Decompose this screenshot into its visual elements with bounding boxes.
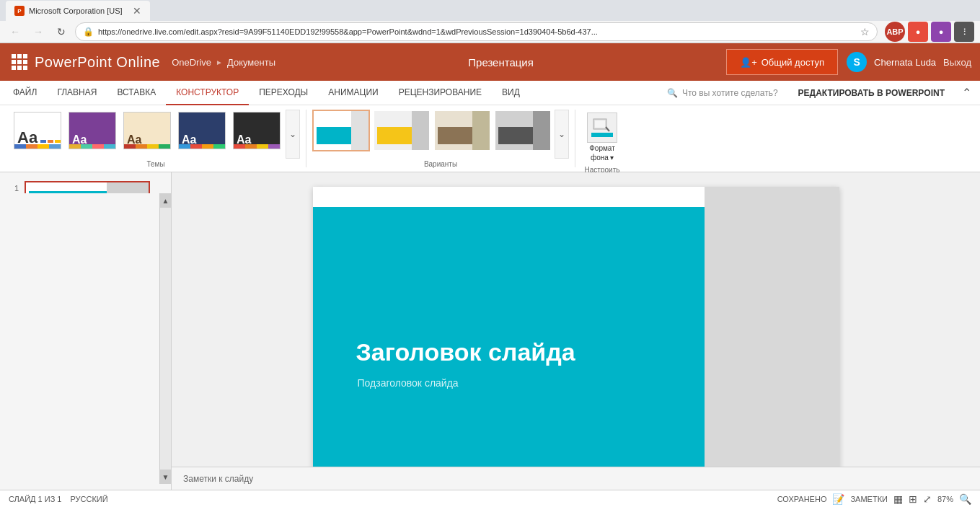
slide-scroll-down[interactable]: ▼	[160, 469, 171, 484]
edit-in-powerpoint-button[interactable]: РЕДАКТИРОВАТЬ В POWERPOINT	[787, 88, 956, 98]
share-button[interactable]: 👤+ Общий доступ	[726, 49, 838, 75]
canvas-scroll-wrapper: Заголовок слайда Подзаголовок слайда	[172, 172, 980, 467]
tab-favicon: P	[14, 6, 25, 16]
tab-close-icon[interactable]: ✕	[133, 5, 141, 17]
browser-toolbar: ← → ↻ 🔒 https://onedrive.live.com/edit.a…	[0, 21, 980, 43]
ribbon-collapse-button[interactable]: ⌃	[956, 86, 977, 100]
ribbon-tabs: ФАЙЛ ГЛАВНАЯ ВСТАВКА КОНСТРУКТОР ПЕРЕХОД…	[0, 81, 980, 105]
theme-dark-blue[interactable]: Aa	[176, 110, 228, 151]
status-right: СОХРАНЕНО 📝 ЗАМЕТКИ ▦ ⊞ ⤢ 87% 🔍	[777, 493, 971, 505]
tab-design[interactable]: КОНСТРУКТОР	[166, 81, 249, 105]
address-bar[interactable]: 🔒 https://onedrive.live.com/edit.aspx?re…	[75, 22, 878, 41]
app-logo-area: PowerPoint Online	[0, 43, 172, 81]
document-title[interactable]: Презентация	[275, 56, 726, 69]
top-bar: PowerPoint Online OneDrive ► Документы П…	[0, 43, 980, 81]
variant-3[interactable]	[433, 110, 491, 151]
ext-gray[interactable]: ⋮	[954, 22, 974, 42]
themes-items: Aa	[12, 110, 300, 159]
slide-number: 1	[9, 184, 19, 193]
theme-colorful[interactable]: Aa	[66, 110, 118, 151]
ribbon: ФАЙЛ ГЛАВНАЯ ВСТАВКА КОНСТРУКТОР ПЕРЕХОД…	[0, 81, 980, 172]
theme-office[interactable]: Aa	[121, 110, 173, 151]
tab-home[interactable]: ГЛАВНАЯ	[47, 81, 107, 105]
grid-menu-icon[interactable]	[12, 54, 27, 70]
theme-dark[interactable]: Aa	[231, 110, 283, 151]
variants-scroll-btn[interactable]: ⌄	[555, 110, 569, 159]
main-area: 1 ▲ ▼	[0, 172, 980, 490]
slide-panel-icon[interactable]: ▦	[893, 493, 903, 505]
svg-rect-1	[595, 120, 605, 128]
forward-button[interactable]: →	[29, 22, 48, 41]
skype-button[interactable]: S	[847, 52, 867, 72]
slide-title[interactable]: Заголовок слайда	[356, 338, 575, 366]
themes-scroll-btn[interactable]: ⌄	[286, 110, 300, 159]
slide-canvas[interactable]: Заголовок слайда Подзаголовок слайда	[313, 187, 839, 467]
slide-panel: 1 ▲ ▼	[0, 172, 172, 490]
tab-view[interactable]: ВИД	[492, 81, 530, 105]
zoom-level: 87%	[937, 495, 953, 503]
slide-thumbnail-wrapper: 1	[0, 178, 171, 193]
canvas-area: Заголовок слайда Подзаголовок слайда Зам…	[172, 172, 980, 490]
ext-abp[interactable]: ABP	[885, 22, 905, 42]
slide-scroll-up[interactable]: ▲	[160, 193, 171, 208]
ribbon-content: Aa	[0, 105, 980, 172]
format-bg-label2: фона ▾	[591, 154, 614, 162]
user-name[interactable]: Chernata Luda	[874, 57, 936, 68]
slide-thumbnail[interactable]	[25, 181, 150, 193]
reload-button[interactable]: ↻	[52, 22, 71, 41]
app-name: PowerPoint Online	[35, 54, 160, 71]
breadcrumb-folder[interactable]: Документы	[227, 57, 275, 68]
back-button[interactable]: ←	[6, 22, 25, 41]
tab-file[interactable]: ФАЙЛ	[3, 81, 47, 105]
fit-slide-icon[interactable]: ⊞	[909, 493, 917, 505]
share-icon: 👤+	[740, 57, 757, 68]
tab-insert[interactable]: ВСТАВКА	[107, 81, 166, 105]
notes-toggle-icon[interactable]: 📝	[832, 493, 844, 505]
variants-items: ⌄	[312, 110, 569, 159]
search-icon: 🔍	[667, 88, 678, 98]
variant-1[interactable]	[312, 110, 370, 151]
breadcrumb: OneDrive ► Документы	[172, 57, 275, 68]
search-text: Что вы хотите сделать?	[682, 88, 778, 98]
extensions: ABP ● ● ⋮	[885, 22, 974, 42]
language-info: РУССКИЙ	[70, 495, 107, 503]
tab-animations[interactable]: АНИМАЦИИ	[318, 81, 388, 105]
status-bar: СЛАЙД 1 ИЗ 1 РУССКИЙ СОХРАНЕНО 📝 ЗАМЕТКИ…	[0, 490, 980, 507]
browser-tab[interactable]: P Microsoft Corporation [US] ✕	[6, 1, 150, 21]
tab-review[interactable]: РЕЦЕНЗИРОВАНИЕ	[389, 81, 492, 105]
tab-title: Microsoft Corporation [US]	[29, 6, 128, 15]
format-bg-label: Формат	[589, 144, 615, 152]
variant-2[interactable]	[373, 110, 431, 151]
sign-out-link[interactable]: Выход	[943, 57, 971, 68]
customize-group: Формат фона ▾ Настроить	[575, 110, 629, 167]
variants-group: ⌄ Варианты	[306, 110, 575, 167]
canvas-teal-area	[313, 207, 705, 467]
theme-default[interactable]: Aa	[12, 110, 63, 151]
zoom-in-icon[interactable]: 🔍	[959, 493, 971, 505]
notes-placeholder: Заметки к слайду	[183, 474, 253, 484]
ext-red[interactable]: ●	[908, 22, 928, 42]
canvas-gray-area	[705, 187, 839, 467]
security-icon: 🔒	[83, 27, 94, 37]
format-bg-arrow-icon: ▾	[610, 154, 614, 162]
ribbon-search[interactable]: 🔍 Что вы хотите сделать?	[658, 88, 787, 98]
themes-group: Aa	[6, 110, 306, 167]
breadcrumb-home[interactable]: OneDrive	[172, 57, 211, 68]
url-text: https://onedrive.live.com/edit.aspx?resi…	[98, 27, 856, 36]
bookmark-icon[interactable]: ☆	[860, 26, 870, 38]
tab-transitions[interactable]: ПЕРЕХОДЫ	[249, 81, 318, 105]
share-label: Общий доступ	[762, 57, 824, 68]
format-bg-svg	[591, 117, 613, 138]
thumb-gray-area	[107, 182, 149, 193]
ext-purple[interactable]: ●	[931, 22, 951, 42]
notes-label[interactable]: ЗАМЕТКИ	[850, 495, 888, 503]
format-background-icon	[587, 113, 617, 143]
thumb-teal-area	[29, 191, 107, 193]
format-background-button[interactable]: Формат фона ▾	[581, 110, 623, 164]
slide-subtitle[interactable]: Подзаголовок слайда	[358, 377, 459, 389]
variant-4[interactable]	[494, 110, 552, 151]
customize-items: Формат фона ▾	[581, 110, 623, 164]
notes-bar[interactable]: Заметки к слайду	[172, 467, 980, 490]
app-container: PowerPoint Online OneDrive ► Документы П…	[0, 43, 980, 507]
fullscreen-icon[interactable]: ⤢	[923, 493, 932, 505]
